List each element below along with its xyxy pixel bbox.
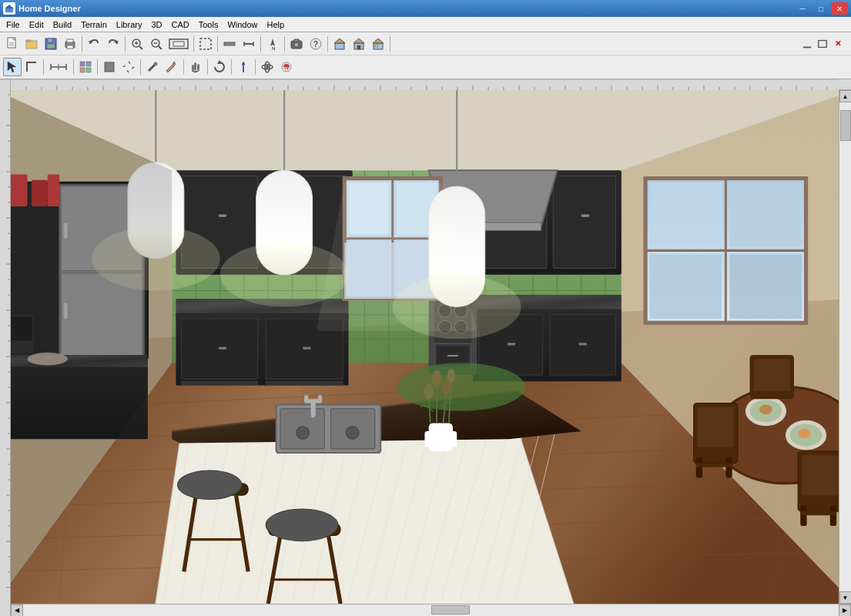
- toolbar2: REC: [0, 55, 851, 79]
- save-button[interactable]: [42, 35, 60, 53]
- 3d-viewport[interactable]: [11, 90, 839, 604]
- svg-marker-49: [8, 62, 16, 72]
- help-button[interactable]: ?: [307, 35, 325, 53]
- svg-rect-219: [553, 176, 615, 269]
- move-tool[interactable]: [119, 58, 138, 76]
- toolbar-close[interactable]: ✕: [831, 38, 845, 50]
- transform-tool[interactable]: [210, 58, 229, 76]
- toolbar1: N ? ✕: [0, 32, 851, 55]
- svg-rect-25: [169, 39, 188, 49]
- menu-file[interactable]: File: [2, 18, 25, 31]
- paint-tool[interactable]: [143, 58, 162, 76]
- scroll-thumb-horizontal[interactable]: [431, 605, 470, 614]
- toolbar-maximize[interactable]: [816, 38, 829, 50]
- sep6: [207, 59, 208, 75]
- svg-rect-67: [192, 65, 194, 71]
- zoom-out-button[interactable]: [147, 35, 166, 53]
- svg-rect-46: [375, 45, 377, 47]
- 3d-view-button[interactable]: [369, 35, 387, 53]
- svg-rect-280: [725, 457, 732, 477]
- svg-rect-55: [86, 62, 91, 66]
- sep3: [97, 59, 98, 75]
- menu-3d[interactable]: 3D: [146, 18, 166, 31]
- minimize-button[interactable]: ─: [794, 2, 811, 15]
- svg-point-15: [72, 43, 74, 45]
- svg-point-73: [266, 65, 269, 69]
- elevation-button[interactable]: [350, 35, 368, 53]
- maximize-button[interactable]: □: [812, 2, 829, 15]
- svg-marker-40: [334, 38, 345, 43]
- sep3: [193, 36, 194, 52]
- title-bar: Home Designer ─ □ ✕: [0, 0, 851, 17]
- svg-rect-26: [173, 42, 184, 46]
- floor-plan-button[interactable]: [330, 35, 349, 53]
- zoom-fit-button[interactable]: [166, 35, 191, 53]
- menu-terrain[interactable]: Terrain: [76, 18, 112, 31]
- material-tool[interactable]: [76, 58, 95, 76]
- zoom-in-button[interactable]: [128, 35, 146, 53]
- svg-rect-57: [86, 68, 91, 72]
- undo-button[interactable]: [85, 35, 103, 53]
- scroll-down-arrow[interactable]: ▼: [839, 591, 852, 604]
- menu-tools[interactable]: Tools: [194, 18, 223, 31]
- svg-rect-11: [47, 44, 55, 49]
- north-arrow[interactable]: N: [263, 35, 282, 53]
- sep2: [125, 36, 126, 52]
- object-tool[interactable]: [100, 58, 119, 76]
- measure-tool[interactable]: [240, 35, 258, 53]
- record-button[interactable]: REC: [277, 58, 296, 76]
- vertical-scrollbar[interactable]: ▲ ▼: [839, 90, 851, 604]
- svg-rect-14: [67, 45, 73, 49]
- redo-button[interactable]: [104, 35, 122, 53]
- svg-rect-248: [447, 355, 459, 357]
- dimension-tool[interactable]: [46, 58, 71, 76]
- polyline-tool[interactable]: [22, 58, 41, 76]
- scroll-right-arrow[interactable]: ▶: [839, 604, 851, 617]
- scroll-up-arrow[interactable]: ▲: [839, 90, 852, 102]
- sep6: [284, 36, 285, 52]
- menu-help[interactable]: Help: [263, 18, 290, 31]
- menu-library[interactable]: Library: [112, 18, 147, 31]
- svg-rect-8: [26, 40, 31, 42]
- eyedropper-tool[interactable]: [162, 58, 181, 76]
- toolbar-minimize[interactable]: [800, 38, 814, 50]
- close-button[interactable]: ✕: [831, 2, 848, 15]
- svg-rect-318: [311, 401, 316, 417]
- scroll-left-arrow[interactable]: ◀: [11, 604, 23, 617]
- scroll-track-horizontal[interactable]: [23, 604, 839, 616]
- sep5: [183, 59, 184, 75]
- open-button[interactable]: [22, 35, 41, 53]
- svg-rect-65: [194, 62, 196, 70]
- scroll-track-vertical[interactable]: [839, 102, 851, 591]
- menu-window[interactable]: Window: [223, 18, 262, 31]
- svg-marker-42: [353, 38, 364, 43]
- svg-rect-36: [294, 39, 299, 42]
- horizontal-scrollbar[interactable]: ◀ ▶: [11, 604, 851, 616]
- svg-text:?: ?: [313, 40, 318, 49]
- select-tool[interactable]: [3, 58, 22, 76]
- menu-edit[interactable]: Edit: [25, 18, 49, 31]
- pan-tool[interactable]: [186, 58, 205, 76]
- ruler-top: [11, 79, 851, 90]
- canvas-top-row: ▲ ▼: [11, 90, 851, 604]
- svg-rect-43: [357, 45, 360, 49]
- svg-marker-62: [122, 65, 128, 67]
- wall-tool[interactable]: [220, 35, 239, 53]
- svg-rect-321: [318, 395, 322, 401]
- sep4: [217, 36, 218, 52]
- menu-cad[interactable]: CAD: [166, 18, 193, 31]
- 3d-arrow-tool[interactable]: [234, 58, 253, 76]
- svg-rect-112: [11, 79, 839, 90]
- sep4: [140, 59, 141, 75]
- new-button[interactable]: [3, 35, 22, 53]
- window-controls[interactable]: ─ □ ✕: [794, 2, 848, 15]
- toolbar-container: N ? ✕: [0, 32, 851, 79]
- svg-marker-1: [5, 5, 14, 8]
- select-all-button[interactable]: [196, 35, 215, 53]
- menu-build[interactable]: Build: [49, 18, 76, 31]
- orbit-tool[interactable]: [258, 58, 276, 76]
- scroll-thumb-vertical[interactable]: [840, 110, 851, 141]
- svg-point-332: [397, 363, 525, 411]
- camera-button[interactable]: [287, 35, 306, 53]
- print-button[interactable]: [61, 35, 79, 53]
